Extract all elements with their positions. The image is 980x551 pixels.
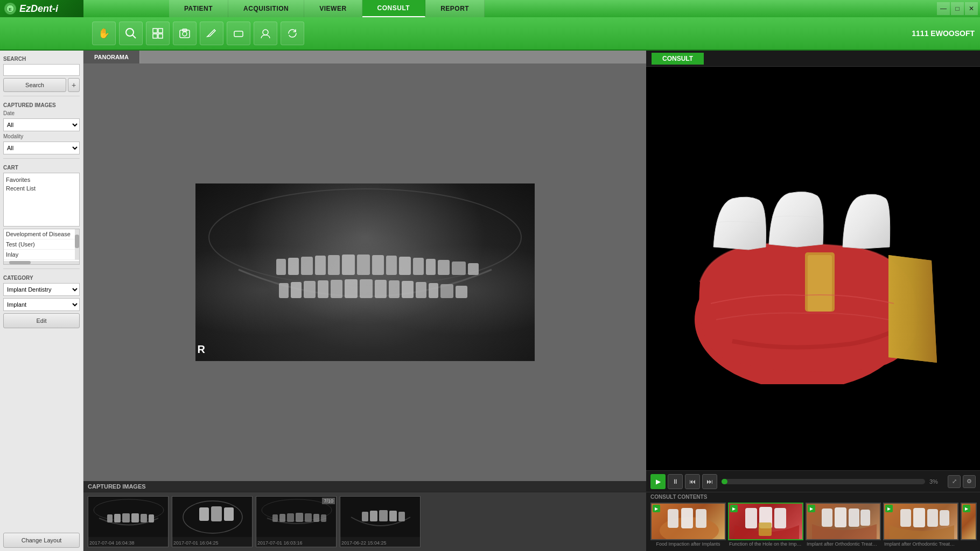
svg-rect-45: [107, 514, 113, 522]
svg-rect-68: [379, 510, 388, 521]
consult-thumb-0[interactable]: ▶ Food Impaction after Implants: [650, 503, 726, 548]
svg-rect-14: [276, 259, 286, 275]
eraser-tool-button[interactable]: [227, 22, 250, 45]
consult-thumb-1[interactable]: ▶ Function of the Hole on the Implan...: [728, 503, 803, 548]
layout-tool-button[interactable]: [146, 22, 170, 45]
logo-icon: E: [4, 3, 16, 15]
search-row: Search +: [3, 78, 80, 92]
captured-thumb-2[interactable]: 7/10: [256, 496, 337, 547]
play-button[interactable]: ▶: [650, 474, 666, 489]
search-section-label: SEARCH: [3, 56, 80, 62]
consult-thumb-3[interactable]: ▶ Implant after Orthodontic Treatme...: [883, 503, 958, 548]
face-tool-button[interactable]: [254, 22, 277, 45]
svg-rect-34: [345, 279, 358, 298]
hand-tool-button[interactable]: ✋: [92, 22, 116, 45]
captured-images-strip-label: CAPTURED IMAGES: [83, 481, 646, 492]
thumb-badge-2: 7/10: [322, 498, 335, 504]
settings-playback-button[interactable]: ⚙: [963, 475, 976, 488]
screen-fit-button[interactable]: ⤢: [948, 475, 961, 488]
consult-thumb-svg-3: [884, 504, 958, 540]
svg-rect-25: [426, 259, 436, 275]
svg-rect-24: [413, 258, 424, 275]
capture-tool-button[interactable]: [173, 22, 197, 45]
category-dropdown[interactable]: Implant Dentistry: [3, 283, 80, 296]
tab-acquisition[interactable]: ACQUISITION: [228, 0, 304, 17]
svg-rect-29: [279, 283, 289, 298]
progress-bar[interactable]: [722, 479, 925, 484]
add-button[interactable]: +: [68, 78, 80, 92]
svg-rect-42: [456, 286, 467, 298]
svg-rect-77: [668, 509, 678, 528]
tab-viewer[interactable]: VIEWER: [304, 0, 362, 17]
cart-list-item-dev-disease[interactable]: Development of Disease: [4, 229, 75, 239]
svg-rect-70: [398, 512, 405, 521]
svg-rect-22: [386, 256, 397, 275]
r-marker: R: [198, 343, 205, 356]
close-button[interactable]: ✕: [965, 2, 978, 15]
edit-button[interactable]: Edit: [3, 313, 80, 328]
nav-tabs: PATIENT ACQUISITION VIEWER CONSULT REPOR…: [169, 0, 485, 17]
cart-item-favorites[interactable]: Favorites: [6, 175, 77, 184]
date-dropdown[interactable]: All: [3, 118, 80, 131]
svg-rect-81: [745, 508, 757, 528]
consult-thumb-svg-1: [729, 504, 803, 540]
rotate-tool-button[interactable]: [281, 22, 304, 45]
window-controls: — □ ✕: [937, 2, 978, 15]
captured-thumb-1[interactable]: 2017-07-01 16:04:25: [172, 496, 253, 547]
svg-rect-41: [440, 284, 453, 298]
consult-thumb-svg-0: [652, 504, 726, 540]
maximize-button[interactable]: □: [951, 2, 964, 15]
svg-rect-88: [849, 508, 859, 527]
svg-rect-83: [774, 508, 786, 528]
zoom-tool-button[interactable]: [119, 22, 143, 45]
svg-rect-58: [272, 514, 278, 522]
pencil-tool-button[interactable]: [200, 22, 223, 45]
cart-list-item-test-user[interactable]: Test (User): [4, 239, 75, 250]
right-panel: CONSULT: [646, 51, 980, 551]
cart-list-item-inlay[interactable]: Inlay: [4, 250, 75, 260]
consult-thumb-2[interactable]: ▶ Implant after Orthodontic Treatme...: [806, 503, 881, 548]
svg-rect-87: [835, 507, 846, 527]
svg-rect-50: [149, 514, 154, 522]
date-label: Date: [3, 110, 80, 116]
category-section-label: CATEGORY: [3, 275, 80, 281]
svg-rect-21: [372, 255, 384, 275]
svg-rect-31: [304, 281, 316, 298]
captured-thumb-0[interactable]: 2017-07-04 16:04:38: [88, 496, 169, 547]
svg-rect-89: [860, 510, 870, 526]
thumb-xray-1: [172, 497, 253, 537]
consult-thumb-4[interactable]: ▶: [961, 503, 977, 548]
svg-rect-84: [759, 522, 772, 536]
search-input[interactable]: [3, 64, 80, 76]
playback-bar: ▶ ⏸ ⏮ ⏭ 3% ⤢ ⚙: [646, 470, 980, 492]
play-icon-0: ▶: [653, 505, 660, 512]
cart-item-recent[interactable]: Recent List: [6, 184, 77, 193]
fast-forward-button[interactable]: ⏭: [702, 474, 717, 489]
rewind-button[interactable]: ⏮: [685, 474, 700, 489]
captured-thumb-3[interactable]: 2017-06-22 15:04:25: [340, 496, 421, 547]
svg-rect-60: [287, 513, 294, 522]
play-icon-3: ▶: [885, 505, 893, 512]
svg-rect-15: [288, 258, 299, 275]
captured-images-strip: 2017-07-04 16:04:38 2017-07-01 16:04:25: [83, 492, 646, 551]
pause-button[interactable]: ⏸: [668, 474, 683, 489]
svg-rect-66: [362, 512, 368, 521]
modality-dropdown[interactable]: All: [3, 142, 80, 154]
svg-rect-74: [808, 255, 832, 312]
svg-rect-78: [681, 508, 693, 528]
consult-thumb-label-2: Implant after Orthodontic Treatme...: [806, 540, 881, 548]
subcategory-dropdown[interactable]: Implant: [3, 298, 80, 311]
minimize-button[interactable]: —: [937, 2, 950, 15]
progress-fill: [722, 479, 727, 484]
titlebar: PATIENT ACQUISITION VIEWER CONSULT REPOR…: [0, 0, 980, 17]
thumb-date-2: 2017-07-01 16:03:16: [257, 540, 303, 546]
panorama-tab[interactable]: PANORAMA: [83, 51, 140, 63]
svg-rect-92: [913, 508, 925, 527]
tab-consult[interactable]: CONSULT: [362, 0, 426, 17]
svg-rect-54: [211, 506, 222, 521]
tab-report[interactable]: REPORT: [425, 0, 485, 17]
search-button[interactable]: Search: [3, 78, 66, 92]
change-layout-button[interactable]: Change Layout: [3, 533, 80, 548]
consult-tab-active[interactable]: CONSULT: [652, 53, 704, 65]
tab-patient[interactable]: PATIENT: [169, 0, 228, 17]
